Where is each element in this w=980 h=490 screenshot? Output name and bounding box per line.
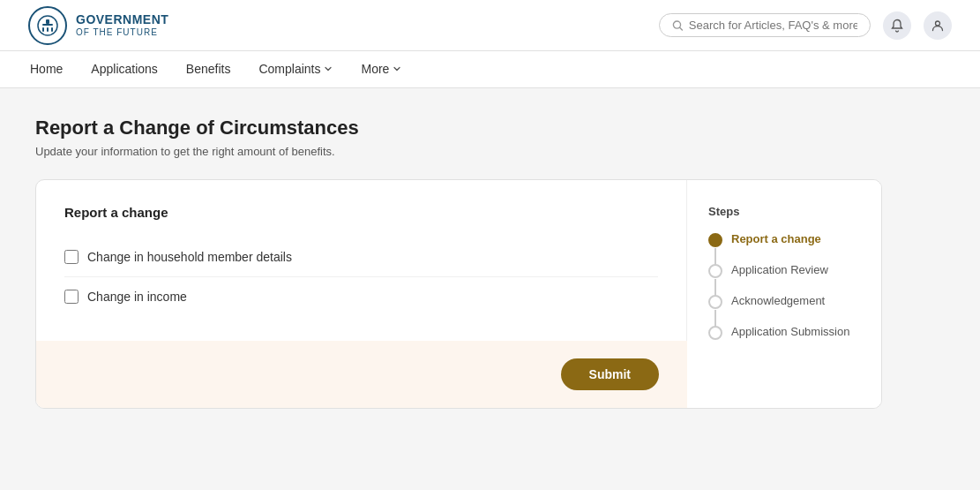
step-report-change: Report a change <box>708 232 860 247</box>
chevron-down-icon-more <box>393 64 401 73</box>
steps-sidebar: Steps Report a change Application Review… <box>687 180 881 408</box>
step-label-2: Application Review <box>731 263 828 276</box>
checkbox-row-household: Change in household member details <box>64 237 658 277</box>
user-button[interactable] <box>924 11 952 40</box>
svg-rect-2 <box>42 24 53 26</box>
svg-point-8 <box>936 21 940 26</box>
checkbox-income-label[interactable]: Change in income <box>87 290 187 304</box>
nav-item-home[interactable]: Home <box>28 51 64 87</box>
form-section-title: Report a change <box>64 205 658 220</box>
step-application-review: Application Review <box>708 263 860 278</box>
svg-line-7 <box>680 27 683 30</box>
logo-icon <box>28 6 67 45</box>
header-right <box>659 11 952 40</box>
nav-item-benefits[interactable]: Benefits <box>184 51 233 87</box>
nav: Home Applications Benefits Complaints Mo… <box>0 51 980 88</box>
logo-gov: GOVERNMENT <box>76 12 168 27</box>
checkbox-row-income: Change in income <box>64 277 658 316</box>
checkbox-household[interactable] <box>64 250 79 264</box>
step-dot-2 <box>708 264 722 278</box>
search-icon <box>672 19 684 32</box>
nav-item-applications[interactable]: Applications <box>89 51 160 87</box>
svg-rect-4 <box>47 27 49 32</box>
chevron-down-icon <box>324 64 333 73</box>
logo-area: GOVERNMENT OF THE FUTURE <box>28 6 168 45</box>
card-left: Report a change Change in household memb… <box>36 180 687 408</box>
page-title: Report a Change of Circumstances <box>35 117 945 139</box>
user-icon <box>931 19 945 33</box>
notification-button[interactable] <box>883 11 911 40</box>
page-subtitle: Update your information to get the right… <box>35 145 945 158</box>
svg-rect-3 <box>42 27 44 32</box>
search-input[interactable] <box>689 19 857 32</box>
checkbox-household-label[interactable]: Change in household member details <box>87 250 292 264</box>
step-label-3: Acknowledgement <box>731 294 825 307</box>
step-label-4: Application Submission <box>731 325 849 338</box>
main-content: Report a Change of Circumstances Update … <box>0 88 980 437</box>
svg-rect-5 <box>51 27 53 32</box>
submit-button[interactable]: Submit <box>561 358 659 390</box>
bell-icon <box>890 19 904 33</box>
header: GOVERNMENT OF THE FUTURE <box>0 0 980 51</box>
submit-area: Submit <box>36 341 687 408</box>
steps-title: Steps <box>708 205 860 218</box>
step-dot-4 <box>708 326 722 340</box>
card-main: Report a change Change in household memb… <box>36 180 687 341</box>
logo-future: OF THE FUTURE <box>76 27 168 38</box>
step-acknowledgement: Acknowledgement <box>708 294 860 309</box>
checkbox-income[interactable] <box>64 290 79 304</box>
step-application-submission: Application Submission <box>708 325 860 340</box>
logo-text: GOVERNMENT OF THE FUTURE <box>76 12 168 38</box>
form-card: Report a change Change in household memb… <box>35 179 882 409</box>
svg-rect-1 <box>46 19 49 24</box>
step-label-1: Report a change <box>731 232 821 245</box>
step-dot-3 <box>708 295 722 309</box>
search-bar[interactable] <box>659 13 871 37</box>
nav-item-more[interactable]: More <box>359 51 403 87</box>
nav-item-complaints[interactable]: Complaints <box>257 51 334 87</box>
step-dot-1 <box>708 233 722 247</box>
